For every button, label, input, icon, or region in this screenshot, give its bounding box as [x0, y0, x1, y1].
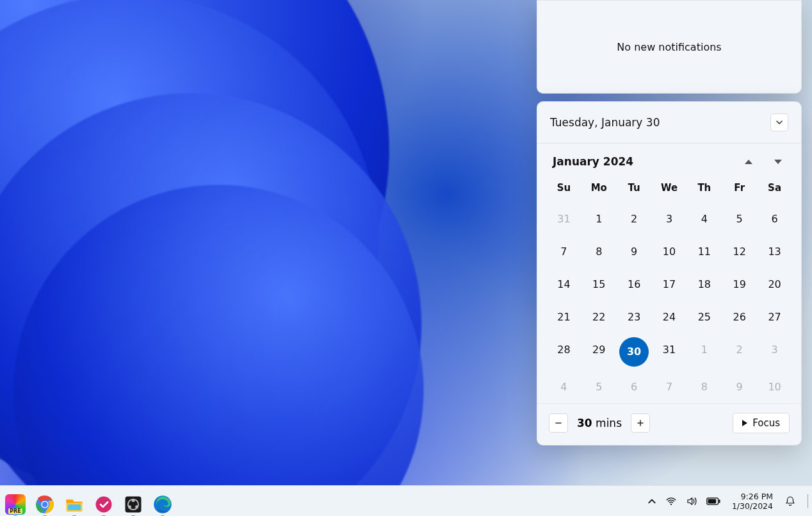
play-icon	[742, 420, 747, 426]
calendar-day[interactable]: 3	[757, 336, 792, 368]
calendar-day[interactable]: 17	[652, 270, 687, 298]
calendar-day[interactable]: 1	[581, 205, 617, 233]
calendar-day[interactable]: 23	[617, 303, 652, 331]
calendar-day[interactable]: 6	[757, 205, 792, 233]
taskbar-app-edge[interactable]	[152, 494, 173, 515]
taskbar-app-file-explorer[interactable]	[64, 494, 85, 515]
calendar-day[interactable]: 18	[686, 270, 722, 298]
calendar-date-label: Tuesday, January 30	[550, 116, 660, 129]
calendar-day[interactable]: 3	[652, 205, 687, 233]
focus-duration-value: 30 mins	[577, 417, 622, 429]
taskbar-date: 1/30/2024	[732, 501, 773, 511]
calendar-day-header: Mo	[581, 177, 617, 200]
wifi-button[interactable]	[665, 495, 677, 507]
minus-icon	[555, 419, 562, 427]
taskbar-app-powertoys[interactable]: PRE	[5, 494, 26, 515]
calendar-day[interactable]: 5	[581, 373, 617, 401]
calendar-month-row: January 2024	[537, 144, 801, 172]
taskbar-time: 9:26 PM	[732, 492, 773, 501]
svg-point-3	[42, 502, 48, 508]
calendar-day[interactable]: 10	[652, 238, 687, 265]
calendar-day[interactable]: 25	[686, 303, 722, 331]
calendar-day[interactable]: 8	[581, 238, 617, 265]
plus-icon	[637, 419, 644, 427]
calendar-day[interactable]: 2	[617, 205, 652, 233]
svg-point-9	[128, 505, 131, 508]
calendar-day[interactable]: 20	[757, 270, 792, 298]
calendar-day[interactable]: 7	[546, 238, 581, 265]
next-month-button[interactable]	[774, 160, 782, 164]
focus-plus-button[interactable]	[631, 413, 650, 433]
calendar-day[interactable]: 29	[581, 336, 617, 368]
taskbar-apps: PRE	[5, 486, 173, 516]
tray-overflow-button[interactable]	[647, 497, 656, 506]
calendar-grid: SuMoTuWeThFrSa31123456789101112131415161…	[537, 172, 801, 403]
calendar-day[interactable]: 5	[722, 205, 757, 233]
prev-month-button[interactable]	[745, 160, 752, 164]
calendar-day[interactable]: 21	[546, 303, 581, 331]
calendar-day[interactable]: 13	[757, 238, 792, 265]
calendar-day[interactable]: 22	[581, 303, 617, 331]
svg-point-5	[96, 497, 112, 513]
bell-icon	[784, 495, 796, 507]
focus-duration-stepper: 30 mins	[549, 413, 650, 433]
calendar-day[interactable]: 15	[581, 270, 617, 298]
collapse-calendar-button[interactable]	[770, 113, 788, 131]
calendar-day-header: Fr	[722, 177, 757, 200]
calendar-day[interactable]: 14	[546, 270, 581, 298]
chevron-up-icon	[647, 497, 656, 506]
calendar-month-label[interactable]: January 2024	[553, 155, 633, 168]
notifications-button[interactable]	[784, 495, 796, 507]
wifi-icon	[665, 495, 677, 507]
taskbar-app-chrome[interactable]	[35, 494, 55, 515]
calendar-day[interactable]: 12	[722, 238, 757, 265]
calendar-day-header: Tu	[617, 177, 652, 200]
chevron-down-icon	[775, 119, 783, 126]
svg-rect-14	[719, 499, 720, 503]
calendar-day[interactable]: 27	[757, 303, 792, 331]
system-tray: 9:26 PM 1/30/2024	[647, 486, 808, 516]
focus-row: 30 mins Focus	[537, 403, 801, 445]
calendar-day-header: Sa	[757, 177, 792, 200]
calendar-day[interactable]: 31	[652, 336, 687, 368]
calendar-day[interactable]: 2	[722, 336, 757, 368]
calendar-panel: Tuesday, January 30 January 2024 SuMoTuW…	[537, 101, 802, 445]
svg-point-8	[132, 499, 135, 502]
calendar-day[interactable]: 9	[617, 238, 652, 265]
calendar-day[interactable]: 9	[722, 373, 757, 401]
calendar-header: Tuesday, January 30	[537, 102, 801, 144]
volume-button[interactable]	[686, 495, 697, 507]
calendar-day[interactable]: 24	[652, 303, 687, 331]
calendar-day[interactable]: 8	[686, 373, 722, 401]
taskbar: PRE 9:26 PM 1/30/2024	[0, 485, 812, 516]
svg-rect-4	[68, 504, 81, 510]
taskbar-app-sharex[interactable]	[93, 494, 114, 515]
speaker-icon	[686, 495, 697, 507]
notifications-empty-text: No new notifications	[617, 41, 721, 53]
taskbar-app-obs[interactable]	[123, 494, 143, 515]
focus-start-button[interactable]: Focus	[733, 413, 790, 433]
calendar-day[interactable]: 7	[652, 373, 687, 401]
calendar-day-header: Th	[686, 177, 722, 200]
calendar-day[interactable]: 16	[617, 270, 652, 298]
calendar-day[interactable]: 26	[722, 303, 757, 331]
svg-point-10	[135, 505, 138, 508]
calendar-day[interactable]: 11	[686, 238, 722, 265]
calendar-day[interactable]: 10	[757, 373, 792, 401]
calendar-day[interactable]: 31	[546, 205, 581, 233]
calendar-day[interactable]: 1	[686, 336, 722, 368]
calendar-day[interactable]: 28	[546, 336, 581, 368]
battery-icon	[706, 497, 720, 506]
battery-button[interactable]	[706, 497, 720, 506]
focus-minus-button[interactable]	[549, 413, 568, 433]
svg-rect-15	[708, 499, 716, 503]
show-desktop-button[interactable]	[808, 494, 808, 508]
taskbar-clock[interactable]: 9:26 PM 1/30/2024	[729, 492, 775, 511]
calendar-day[interactable]: 6	[617, 373, 652, 401]
notifications-panel: No new notifications	[537, 0, 802, 94]
calendar-day-today[interactable]: 30	[619, 337, 649, 367]
calendar-day[interactable]: 4	[546, 373, 581, 401]
calendar-day[interactable]: 4	[686, 205, 722, 233]
calendar-day[interactable]: 19	[722, 270, 757, 298]
svg-point-12	[670, 503, 672, 504]
